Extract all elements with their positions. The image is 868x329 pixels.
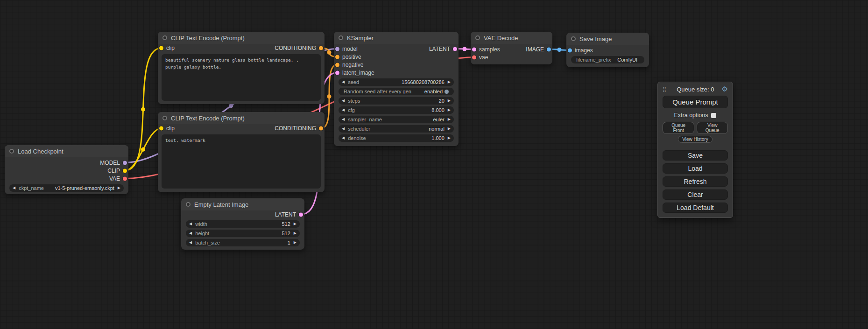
- batch-size-widget[interactable]: ◀ batch_size 1 ▶: [186, 239, 300, 246]
- increment-arrow-icon[interactable]: ▶: [294, 231, 296, 235]
- queue-prompt-button[interactable]: Queue Prompt: [663, 96, 728, 108]
- increment-arrow-icon[interactable]: ▶: [448, 127, 451, 131]
- node-vae-decode[interactable]: VAE Decode samples IMAGE vae: [471, 32, 552, 64]
- collapse-dot-icon[interactable]: [162, 116, 167, 120]
- drag-handle-icon[interactable]: ⣿: [663, 86, 666, 92]
- increment-arrow-icon[interactable]: ▶: [448, 108, 451, 112]
- load-button[interactable]: Load: [663, 163, 728, 174]
- increment-arrow-icon[interactable]: ▶: [448, 99, 451, 103]
- toggle-on-indicator[interactable]: [445, 90, 449, 94]
- collapse-dot-icon[interactable]: [9, 149, 14, 154]
- collapse-dot-icon[interactable]: [475, 35, 480, 40]
- node-ksampler[interactable]: KSampler model LATENT positive negative …: [334, 32, 459, 146]
- images-input-port[interactable]: [568, 48, 572, 52]
- decrement-arrow-icon[interactable]: ◀: [342, 108, 345, 112]
- decrement-arrow-icon[interactable]: ◀: [342, 127, 345, 131]
- width-widget[interactable]: ◀ width 512 ▶: [186, 220, 300, 228]
- conditioning-output-port[interactable]: [319, 46, 323, 50]
- link-midpoint-dot[interactable]: [229, 104, 233, 108]
- positive-input-port[interactable]: [335, 55, 339, 59]
- seed-widget[interactable]: ◀ seed 156680208700286 ▶: [339, 78, 454, 86]
- collapse-dot-icon[interactable]: [571, 36, 576, 41]
- widget-label: ckpt_name: [19, 185, 44, 191]
- increment-arrow-icon[interactable]: ▶: [294, 241, 296, 245]
- increment-arrow-icon[interactable]: ▶: [448, 80, 451, 84]
- clip-input-port[interactable]: [159, 126, 163, 131]
- decrement-arrow-icon[interactable]: ◀: [342, 80, 345, 84]
- node-title-bar[interactable]: Save Image: [566, 33, 649, 45]
- steps-widget[interactable]: ◀ steps 20 ▶: [339, 97, 454, 105]
- collapse-dot-icon[interactable]: [162, 35, 167, 40]
- collapse-dot-icon[interactable]: [186, 202, 191, 207]
- negative-prompt-textarea[interactable]: text, watermark: [162, 134, 321, 189]
- collapse-dot-icon[interactable]: [339, 35, 343, 40]
- vae-output-port[interactable]: [123, 176, 127, 181]
- decrement-arrow-icon[interactable]: ◀: [342, 99, 345, 103]
- decrement-arrow-icon[interactable]: ◀: [342, 136, 345, 140]
- link-midpoint-dot[interactable]: [557, 48, 562, 52]
- negative-input-port[interactable]: [335, 63, 339, 67]
- decrement-arrow-icon[interactable]: ◀: [189, 222, 192, 226]
- view-history-button[interactable]: View History: [678, 136, 712, 143]
- latent-image-input-port[interactable]: [335, 70, 339, 75]
- positive-prompt-textarea[interactable]: beautiful scenery nature glass bottle la…: [162, 54, 321, 101]
- latent-output-port[interactable]: [453, 47, 457, 51]
- node-title-bar[interactable]: KSampler: [334, 32, 459, 44]
- node-clip-text-encode-negative[interactable]: CLIP Text Encode (Prompt) clip CONDITION…: [158, 112, 325, 192]
- decrement-arrow-icon[interactable]: ◀: [189, 231, 192, 235]
- node-title-bar[interactable]: CLIP Text Encode (Prompt): [158, 112, 325, 124]
- decrement-arrow-icon[interactable]: ◀: [13, 186, 15, 190]
- node-title-bar[interactable]: CLIP Text Encode (Prompt): [158, 32, 325, 44]
- increment-arrow-icon[interactable]: ▶: [118, 186, 120, 190]
- load-default-button[interactable]: Load Default: [663, 203, 728, 213]
- sampler-name-widget[interactable]: ◀ sampler_name euler ▶: [339, 116, 454, 123]
- link-midpoint-dot[interactable]: [141, 107, 145, 112]
- node-title: CLIP Text Encode (Prompt): [171, 115, 245, 122]
- settings-gear-icon[interactable]: ⚙: [722, 85, 728, 93]
- filename-prefix-widget[interactable]: filename_prefix ComfyUI: [571, 56, 644, 63]
- node-title: Load Checkpoint: [18, 148, 64, 155]
- node-empty-latent-image[interactable]: Empty Latent Image LATENT ◀ width 512 ▶ …: [181, 198, 304, 250]
- extra-options-checkbox[interactable]: [711, 113, 716, 118]
- link-midpoint-dot[interactable]: [141, 147, 145, 152]
- link-midpoint-dot[interactable]: [463, 47, 467, 51]
- latent-output-port[interactable]: [299, 212, 303, 217]
- decrement-arrow-icon[interactable]: ◀: [342, 118, 345, 121]
- node-save-image[interactable]: Save Image images filename_prefix ComfyU…: [566, 33, 649, 67]
- model-output-port[interactable]: [123, 161, 127, 165]
- node-title-bar[interactable]: Empty Latent Image: [181, 198, 304, 210]
- refresh-button[interactable]: Refresh: [663, 176, 728, 187]
- view-queue-button[interactable]: View Queue: [697, 122, 728, 134]
- clip-output-port[interactable]: [123, 168, 127, 173]
- node-title-bar[interactable]: Load Checkpoint: [5, 145, 128, 157]
- denoise-widget[interactable]: ◀ denoise 1.000 ▶: [339, 134, 454, 142]
- increment-arrow-icon[interactable]: ▶: [294, 222, 296, 226]
- vae-input-port[interactable]: [472, 55, 476, 59]
- height-widget[interactable]: ◀ height 512 ▶: [186, 230, 300, 237]
- link-midpoint-dot[interactable]: [327, 50, 332, 55]
- node-clip-text-encode-positive[interactable]: CLIP Text Encode (Prompt) clip CONDITION…: [158, 32, 325, 104]
- image-output-port[interactable]: [547, 47, 551, 51]
- node-title-bar[interactable]: VAE Decode: [471, 32, 552, 44]
- conditioning-output-port[interactable]: [319, 126, 323, 131]
- samples-input-port[interactable]: [472, 47, 476, 51]
- increment-arrow-icon[interactable]: ▶: [448, 118, 451, 121]
- model-input-port[interactable]: [335, 47, 339, 51]
- queue-front-button[interactable]: Queue Front: [663, 122, 694, 134]
- link-midpoint-dot[interactable]: [327, 94, 332, 98]
- model-output-row: MODEL: [5, 159, 128, 167]
- cfg-widget[interactable]: ◀ cfg 8.000 ▶: [339, 106, 454, 114]
- node-graph-canvas[interactable]: Load Checkpoint MODEL CLIP VAE ◀ ckpt_na…: [0, 0, 868, 329]
- queue-menu-panel[interactable]: ⣿ Queue size: 0 ⚙ Queue Prompt Extra opt…: [657, 82, 733, 218]
- clip-input-port[interactable]: [159, 46, 163, 50]
- ckpt-name-widget[interactable]: ◀ ckpt_name v1-5-pruned-emaonly.ckpt ▶: [9, 184, 124, 192]
- increment-arrow-icon[interactable]: ▶: [448, 136, 451, 140]
- save-button[interactable]: Save: [663, 150, 728, 161]
- node-title: Empty Latent Image: [194, 201, 248, 208]
- widget-label: filename_prefix: [576, 57, 611, 63]
- decrement-arrow-icon[interactable]: ◀: [189, 241, 192, 245]
- clear-button[interactable]: Clear: [663, 189, 728, 200]
- random-seed-toggle[interactable]: Random seed after every gen enabled: [339, 88, 454, 95]
- node-load-checkpoint[interactable]: Load Checkpoint MODEL CLIP VAE ◀ ckpt_na…: [5, 145, 128, 194]
- scheduler-widget[interactable]: ◀ scheduler normal ▶: [339, 125, 454, 133]
